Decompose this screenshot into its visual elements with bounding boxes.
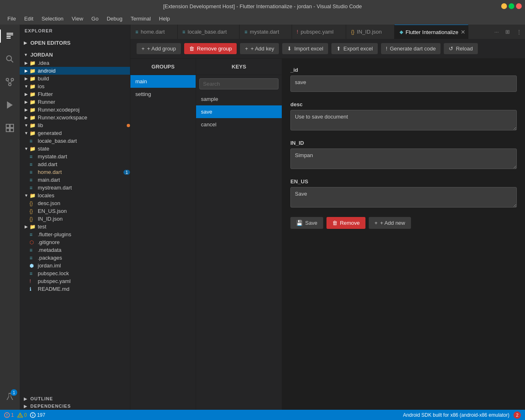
- mystate-file-icon: ≡: [30, 154, 36, 160]
- tab-home-dart[interactable]: ≡ home.dart ✕: [130, 25, 178, 39]
- tab-more-button[interactable]: ···: [491, 25, 502, 39]
- maximize-button[interactable]: □: [509, 3, 514, 9]
- tab-layout-button[interactable]: ⊞: [502, 25, 513, 39]
- sidebar-item-mystate-dart[interactable]: ≡ mystate.dart: [20, 153, 130, 160]
- export-excel-button[interactable]: ⬆ Export excel: [331, 43, 378, 54]
- add-key-button[interactable]: + + Add key: [240, 43, 279, 54]
- generate-dart-button[interactable]: ! Generate dart code: [381, 43, 441, 54]
- sidebar-item-state[interactable]: ▼ 📁 state: [20, 145, 130, 153]
- import-excel-button[interactable]: ⬇ Import excel: [282, 43, 328, 54]
- key-item-save[interactable]: save: [196, 105, 282, 118]
- sidebar-item-locales[interactable]: ▼ 📁 locales: [20, 192, 130, 199]
- status-info[interactable]: 197: [30, 412, 45, 418]
- sidebar-item-desc-json[interactable]: {} desc.json: [20, 199, 130, 207]
- menu-edit[interactable]: Edit: [21, 14, 37, 23]
- tab-mystate-icon: ≡: [244, 29, 247, 35]
- outline-section[interactable]: ▶ OUTLINE: [20, 395, 130, 402]
- sidebar-item-add-dart[interactable]: ≡ add.dart: [20, 160, 130, 168]
- sidebar-item-runner-xcodeproj[interactable]: ▶ 📁 Runner.xcodeproj: [20, 106, 130, 114]
- test-chevron: ▶: [23, 224, 30, 229]
- sidebar-item-readme[interactable]: ℹ README.md: [20, 285, 130, 293]
- detail-add-new-button[interactable]: + + Add new: [369, 217, 411, 229]
- menu-file[interactable]: File: [4, 14, 19, 23]
- xcodeproj-chevron: ▶: [23, 107, 30, 112]
- reload-button[interactable]: ↺ Reload: [444, 43, 477, 54]
- add-dart-file-icon: ≡: [30, 162, 36, 167]
- menu-help[interactable]: Help: [156, 14, 173, 23]
- platform-label[interactable]: Android SDK built for x86 (android-x86 e…: [403, 412, 509, 418]
- id-field-input[interactable]: [290, 75, 517, 92]
- tab-in-id-json[interactable]: {} IN_ID.json ✕: [346, 25, 395, 39]
- sidebar-item-flutter-plugins[interactable]: ≡ .flutter-plugins: [20, 231, 130, 238]
- menu-selection[interactable]: Selection: [38, 14, 66, 23]
- open-editors-header[interactable]: ▶ OPEN EDITORS: [20, 39, 130, 47]
- minimize-button[interactable]: –: [501, 3, 507, 9]
- sidebar-item-gitignore[interactable]: ⬡ .gitignore: [20, 238, 130, 246]
- jordan-header[interactable]: ▼ JORDAN: [20, 50, 130, 59]
- home-dart-file-icon: ≡: [30, 169, 36, 175]
- menu-view[interactable]: View: [68, 14, 87, 23]
- dependencies-section[interactable]: ▶ DEPENDENCIES: [20, 402, 130, 410]
- in-id-field-input[interactable]: [290, 148, 517, 169]
- menu-debug[interactable]: Debug: [103, 14, 126, 23]
- sidebar-item-locale-base-dart[interactable]: ≡ locale_base.dart: [20, 137, 130, 145]
- menu-terminal[interactable]: Terminal: [127, 14, 154, 23]
- search-input[interactable]: [199, 78, 278, 89]
- activity-run[interactable]: [0, 95, 20, 115]
- menu-go[interactable]: Go: [88, 14, 102, 23]
- desc-field-input[interactable]: [290, 110, 517, 130]
- detail-actions: 💾 Save 🗑 Remove + + Add new: [290, 217, 517, 229]
- sidebar-item-en-us-json[interactable]: {} EN_US.json: [20, 207, 130, 215]
- group-item-setting[interactable]: setting: [130, 88, 196, 100]
- en-us-field-input[interactable]: [290, 187, 517, 208]
- activity-search[interactable]: [0, 49, 20, 69]
- key-item-sample[interactable]: sample: [196, 93, 282, 105]
- status-warnings[interactable]: 0: [17, 412, 27, 418]
- tab-overflow-button[interactable]: ⋮: [513, 25, 525, 39]
- detail-panel: _id desc IN_ID EN_US: [282, 59, 525, 410]
- sidebar-item-ios[interactable]: ▼ 📁 ios: [20, 82, 130, 90]
- add-group-button[interactable]: + + Add group: [137, 43, 181, 54]
- sidebar-item-android[interactable]: ▶ 📁 android: [20, 67, 130, 75]
- sidebar-item-home-dart[interactable]: ≡ home.dart 1: [20, 168, 130, 176]
- remove-group-button[interactable]: 🗑 Remove group: [184, 43, 237, 54]
- sidebar-item-generated[interactable]: ▼ 📁 generated: [20, 129, 130, 137]
- key-item-cancel[interactable]: cancel: [196, 118, 282, 131]
- sidebar-item-packages[interactable]: ≡ .packages: [20, 254, 130, 262]
- sidebar-item-metadata[interactable]: ≡ .metadata: [20, 246, 130, 254]
- detail-save-button[interactable]: 💾 Save: [290, 217, 323, 229]
- flutter-label: Flutter: [38, 91, 130, 97]
- sidebar-item-runner-xcworkspace[interactable]: ▶ 📁 Runner.xcworkspace: [20, 114, 130, 121]
- activity-extensions[interactable]: [0, 118, 20, 138]
- tab-locale-base[interactable]: ≡ locale_base.dart ✕: [178, 25, 240, 39]
- editor-area: ≡ home.dart ✕ ≡ locale_base.dart ✕ ≡ mys…: [130, 25, 525, 410]
- sidebar-item-flutter[interactable]: ▶ 📁 Flutter: [20, 90, 130, 98]
- detail-remove-button[interactable]: 🗑 Remove: [326, 217, 365, 229]
- pubspec-lock-icon: ≡: [30, 271, 36, 276]
- sidebar-item-pubspec-lock[interactable]: ≡ pubspec.lock: [20, 269, 130, 277]
- tab-flutter-int-close[interactable]: ✕: [461, 29, 466, 35]
- sidebar-item-idea[interactable]: ▶ 📁 .idea: [20, 59, 130, 67]
- status-left: 1 0 197: [4, 412, 45, 418]
- group-item-main[interactable]: main: [130, 75, 196, 88]
- sidebar-item-jordan-iml[interactable]: ⬢ jordan.iml: [20, 262, 130, 269]
- sidebar-item-pubspec-yaml[interactable]: ! pubspec.yaml: [20, 277, 130, 285]
- sidebar-item-main-dart[interactable]: ≡ main.dart: [20, 176, 130, 184]
- sidebar-item-in-id-json[interactable]: {} IN_ID.json: [20, 215, 130, 223]
- sidebar-item-build[interactable]: ▶ 📁 build: [20, 75, 130, 82]
- activity-source-control[interactable]: [0, 72, 20, 92]
- tab-flutter-internationalize[interactable]: ◆ Flutter Internationalize ✕: [395, 25, 468, 39]
- sidebar-item-lib[interactable]: ▼ 📁 lib: [20, 121, 130, 129]
- close-button[interactable]: ✕: [516, 3, 522, 9]
- svg-point-0: [7, 56, 11, 61]
- sidebar-item-runner[interactable]: ▶ 📁 Runner: [20, 98, 130, 106]
- en-us-field-group: EN_US: [290, 178, 517, 209]
- sidebar-item-test[interactable]: ▶ 📁 test: [20, 223, 130, 231]
- activity-flask[interactable]: 1: [0, 387, 20, 406]
- sidebar-item-mystream-dart[interactable]: ≡ mystream.dart: [20, 184, 130, 192]
- status-errors[interactable]: 1: [4, 412, 14, 418]
- tab-mystate[interactable]: ≡ mystate.dart ✕: [240, 25, 292, 39]
- home-dart-badge: 1: [123, 170, 130, 175]
- tab-pubspec-yaml[interactable]: ! pubspec.yaml ✕: [292, 25, 347, 39]
- activity-explorer[interactable]: [0, 26, 20, 46]
